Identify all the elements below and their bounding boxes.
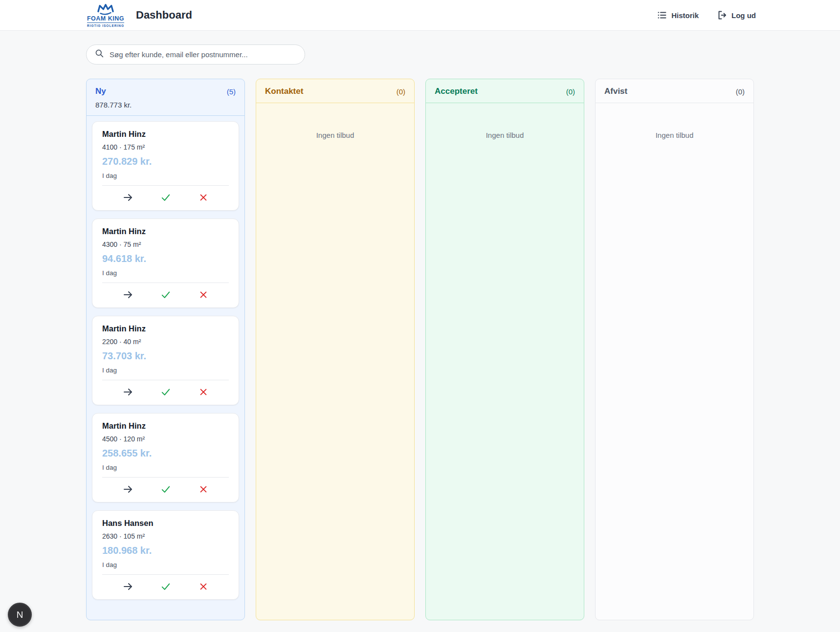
column-header: Accepteret(0) [426,79,584,103]
app-header: FOAM KING RIGTIG ISOLERING Dashboard His… [0,0,840,31]
advance-button[interactable] [117,577,139,596]
kanban-board: Ny(5)878.773 kr.Martin Hinz4100 · 175 m²… [86,79,754,620]
accept-button[interactable] [155,285,177,304]
advance-button[interactable] [117,383,139,401]
card-action-row [102,186,229,208]
column-body: Martin Hinz4100 · 175 m²270.829 kr.I dag… [87,116,244,613]
search-bar[interactable] [86,44,305,65]
crown-icon [93,3,118,16]
x-icon [199,388,208,396]
offer-name: Martin Hinz [102,227,229,236]
logo-tagline: RIGTIG ISOLERING [87,22,124,27]
x-icon [199,290,208,299]
offer-card[interactable]: Martin Hinz4300 · 75 m²94.618 kr.I dag [92,218,239,308]
arrow-right-icon [122,582,134,591]
offer-date: I dag [102,172,229,179]
offer-name: Hans Hansen [102,519,229,528]
empty-column-text: Ingen tilbud [262,109,409,139]
column-title-row: Ny(5) [95,87,236,96]
advance-button[interactable] [117,188,139,207]
reject-button[interactable] [192,285,215,304]
column-count: (0) [736,87,745,96]
accept-button[interactable] [155,383,177,401]
list-icon [657,10,667,20]
offer-card[interactable]: Martin Hinz4500 · 120 m²258.655 kr.I dag [92,413,239,502]
search-input[interactable] [110,50,296,59]
column-body: Ingen tilbud [426,103,584,145]
check-icon [160,485,171,494]
offer-card[interactable]: Hans Hansen2630 · 105 m²180.968 kr.I dag [92,510,239,600]
accept-button[interactable] [155,577,177,596]
empty-column-text: Ingen tilbud [601,109,748,139]
check-icon [160,193,171,202]
offer-postal-area: 4100 · 175 m² [102,143,229,151]
x-icon [199,193,208,202]
offer-price: 258.655 kr. [102,448,229,459]
offer-price: 270.829 kr. [102,156,229,167]
accept-button[interactable] [155,188,177,207]
card-action-row [102,283,229,305]
column-header: Afvist(0) [596,79,753,103]
advance-button[interactable] [117,285,139,304]
column-title-row: Accepteret(0) [435,87,575,96]
offer-name: Martin Hinz [102,130,229,139]
offer-postal-area: 4500 · 120 m² [102,435,229,443]
column-title: Kontaktet [265,87,303,96]
column-accepteret: Accepteret(0)Ingen tilbud [425,79,584,620]
historik-button[interactable]: Historik [657,10,699,20]
offer-name: Martin Hinz [102,421,229,431]
arrow-right-icon [122,290,134,300]
card-action-row [102,380,229,402]
arrow-right-icon [122,387,134,397]
reject-button[interactable] [192,383,215,401]
offer-price: 94.618 kr. [102,253,229,264]
column-title: Ny [95,87,106,96]
reject-button[interactable] [192,577,215,596]
offer-postal-area: 4300 · 75 m² [102,240,229,248]
logo-text: FOAM KING [87,16,124,22]
foam-king-logo: FOAM KING RIGTIG ISOLERING [84,3,127,27]
column-title: Afvist [604,87,627,96]
offer-price: 73.703 kr. [102,350,229,362]
check-icon [160,290,171,299]
column-title: Accepteret [435,87,478,96]
column-header: Ny(5)878.773 kr. [87,79,244,116]
x-icon [199,582,208,591]
logout-icon [717,10,727,20]
offer-date: I dag [102,269,229,277]
offer-card[interactable]: Martin Hinz4100 · 175 m²270.829 kr.I dag [92,121,239,211]
column-header: Kontaktet(0) [256,79,414,103]
reject-button[interactable] [192,188,215,207]
logout-label: Log ud [731,11,756,20]
empty-column-text: Ingen tilbud [431,109,578,139]
advance-button[interactable] [117,480,139,499]
logout-button[interactable]: Log ud [717,10,756,20]
arrow-right-icon [122,193,134,202]
accept-button[interactable] [155,480,177,499]
historik-label: Historik [671,11,699,20]
offer-price: 180.968 kr. [102,545,229,556]
offer-card[interactable]: Martin Hinz2200 · 40 m²73.703 kr.I dag [92,316,239,405]
offer-name: Martin Hinz [102,324,229,333]
check-icon [160,388,171,396]
offer-date: I dag [102,464,229,471]
column-sum-total: 878.773 kr. [95,101,236,109]
offer-postal-area: 2200 · 40 m² [102,338,229,346]
check-icon [160,582,171,591]
floating-badge[interactable]: N [8,603,32,627]
column-count: (0) [566,87,575,96]
column-count: (0) [397,87,405,96]
column-title-row: Afvist(0) [604,87,745,96]
page-title: Dashboard [136,9,192,22]
offer-date: I dag [102,367,229,374]
column-body: Ingen tilbud [596,103,753,145]
column-ny: Ny(5)878.773 kr.Martin Hinz4100 · 175 m²… [86,79,245,620]
column-afvist: Afvist(0)Ingen tilbud [595,79,754,620]
offer-date: I dag [102,561,229,568]
card-action-row [102,478,229,500]
floating-badge-label: N [17,610,23,620]
offer-postal-area: 2630 · 105 m² [102,532,229,540]
search-icon [95,49,104,60]
reject-button[interactable] [192,480,215,499]
column-body: Ingen tilbud [256,103,414,145]
